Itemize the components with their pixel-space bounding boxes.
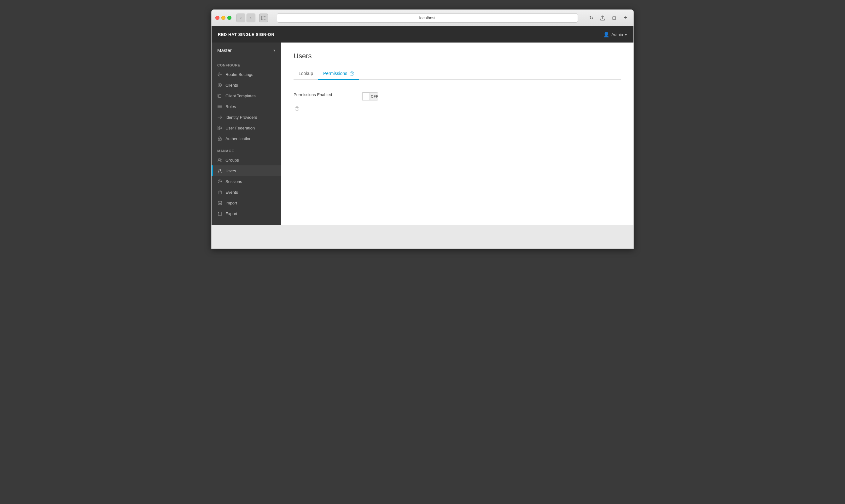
svg-rect-10: [219, 95, 221, 97]
browser-actions: ↻ +: [587, 14, 630, 22]
sidebar: Master ▾ Configure Realm Settings: [211, 42, 281, 225]
fullscreen-button[interactable]: [609, 14, 618, 22]
toggle-state-label: OFF: [371, 94, 378, 98]
back-button[interactable]: ‹: [237, 14, 245, 22]
export-icon: [217, 211, 222, 216]
sidebar-item-label: Groups: [225, 158, 239, 163]
sidebar-item-label: Import: [225, 201, 237, 205]
svg-rect-26: [218, 191, 222, 194]
svg-rect-5: [613, 17, 615, 19]
permissions-enabled-help-icon[interactable]: ?: [295, 106, 299, 111]
admin-label: Admin: [611, 32, 623, 37]
permissions-enabled-toggle[interactable]: OFF: [362, 92, 378, 101]
svg-rect-0: [261, 16, 263, 20]
tab-lookup[interactable]: Lookup: [294, 68, 318, 80]
client-templates-icon: [217, 93, 222, 98]
share-button[interactable]: [598, 14, 607, 22]
sidebar-item-identity-providers[interactable]: Identity Providers: [211, 112, 281, 123]
user-federation-icon: [217, 125, 222, 130]
sidebar-item-label: Roles: [225, 104, 236, 109]
import-icon: [217, 200, 222, 205]
forward-button[interactable]: ›: [246, 14, 255, 22]
sidebar-item-sessions[interactable]: Sessions: [211, 176, 281, 187]
app-brand: RED HAT SINGLE SIGN-ON: [218, 32, 274, 37]
page-title: Users: [294, 52, 621, 60]
tab-permissions[interactable]: Permissions ?: [318, 68, 359, 80]
configure-section-label: Configure: [211, 58, 281, 69]
svg-point-23: [220, 159, 222, 160]
main-area: Master ▾ Configure Realm Settings: [211, 42, 634, 225]
permissions-enabled-label-col: Permissions Enabled: [294, 92, 357, 97]
admin-chevron-icon: ▾: [625, 32, 627, 37]
roles-icon: [217, 104, 222, 109]
sidebar-item-client-templates[interactable]: Client Templates: [211, 90, 281, 101]
events-icon: [217, 190, 222, 195]
toggle-thumb: [362, 93, 370, 100]
tab-permissions-label: Permissions: [323, 71, 347, 76]
sessions-icon: [217, 179, 222, 184]
authentication-icon: [217, 136, 222, 141]
manage-section-label: Manage: [211, 144, 281, 155]
permissions-enabled-row: Permissions Enabled OFF: [294, 87, 621, 106]
svg-point-21: [220, 139, 220, 140]
sidebar-item-label: Client Templates: [225, 93, 256, 98]
tab-lookup-label: Lookup: [298, 71, 313, 76]
url-text: localhost: [419, 15, 435, 20]
sidebar-item-label: Clients: [225, 83, 238, 88]
sidebar-item-clients[interactable]: Clients: [211, 80, 281, 90]
svg-point-6: [219, 74, 220, 75]
close-window-button[interactable]: [215, 16, 220, 20]
sidebar-item-label: Events: [225, 190, 238, 195]
svg-point-22: [219, 159, 220, 160]
address-bar[interactable]: localhost: [277, 13, 578, 23]
sidebar-item-label: Identity Providers: [225, 115, 257, 120]
maximize-window-button[interactable]: [227, 16, 231, 20]
svg-rect-15: [218, 128, 220, 130]
sidebar-item-users[interactable]: Users: [211, 165, 281, 176]
sidebar-item-label: Authentication: [225, 137, 251, 141]
browser-titlebar: ‹ › localhost ↻: [211, 10, 634, 26]
sidebar-item-export[interactable]: Export: [211, 208, 281, 219]
svg-point-7: [218, 84, 222, 87]
admin-user-icon: 👤: [603, 32, 609, 37]
sidebar-item-groups[interactable]: Groups: [211, 155, 281, 165]
users-icon: [217, 168, 222, 173]
svg-point-8: [219, 85, 220, 86]
sidebar-item-label: Export: [225, 211, 237, 216]
groups-icon: [217, 158, 222, 163]
sidebar-item-label: User Federation: [225, 126, 255, 130]
sidebar-item-events[interactable]: Events: [211, 187, 281, 198]
svg-rect-14: [218, 126, 220, 128]
sidebar-item-label: Users: [225, 168, 236, 173]
realm-selector[interactable]: Master ▾: [211, 42, 281, 58]
svg-point-24: [219, 169, 221, 171]
realm-name: Master: [217, 48, 232, 53]
permissions-toggle-container: OFF: [362, 92, 378, 101]
realm-settings-icon: [217, 72, 222, 77]
admin-menu[interactable]: 👤 Admin ▾: [603, 32, 627, 37]
minimize-window-button[interactable]: [221, 16, 225, 20]
sidebar-item-label: Realm Settings: [225, 72, 253, 77]
permissions-enabled-label: Permissions Enabled: [294, 92, 332, 97]
sidebar-toggle-button[interactable]: [259, 14, 268, 22]
sidebar-item-label: Sessions: [225, 179, 242, 184]
toggle-track: OFF: [362, 92, 378, 101]
add-tab-button[interactable]: +: [621, 14, 630, 22]
identity-providers-icon: [217, 115, 222, 120]
app-layout: RED HAT SINGLE SIGN-ON 👤 Admin ▾ Master …: [211, 26, 634, 225]
reload-button[interactable]: ↻: [587, 14, 596, 22]
top-navbar: RED HAT SINGLE SIGN-ON 👤 Admin ▾: [211, 26, 634, 42]
tabs-container: Lookup Permissions ?: [294, 68, 621, 80]
tab-permissions-help-icon[interactable]: ?: [350, 72, 354, 76]
nav-buttons: ‹ ›: [237, 14, 255, 22]
sidebar-item-import[interactable]: Import: [211, 198, 281, 208]
realm-chevron-icon: ▾: [273, 48, 275, 53]
sidebar-item-realm-settings[interactable]: Realm Settings: [211, 69, 281, 80]
reload-icon: ↻: [589, 15, 593, 21]
sidebar-item-authentication[interactable]: Authentication: [211, 133, 281, 144]
clients-icon: [217, 83, 222, 88]
content-area: Users Lookup Permissions ? Permissions E…: [281, 42, 634, 225]
sidebar-item-user-federation[interactable]: User Federation: [211, 123, 281, 133]
traffic-lights: [215, 16, 231, 20]
sidebar-item-roles[interactable]: Roles: [211, 101, 281, 112]
